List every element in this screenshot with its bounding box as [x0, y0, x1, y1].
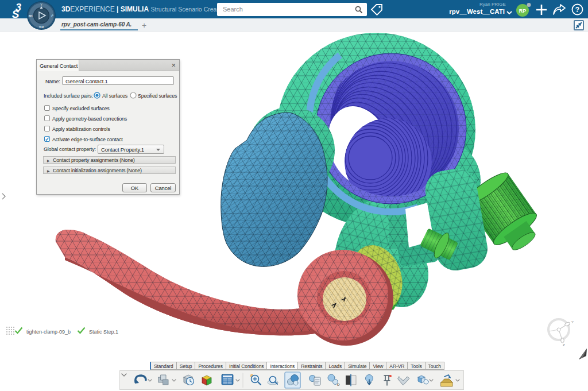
svg-text:S: S [12, 8, 20, 18]
svg-text:V.R: V.R [39, 25, 44, 29]
svg-text:Y: Y [40, 3, 42, 6]
svg-text:i³: i³ [51, 14, 53, 18]
svg-text:o: o [337, 382, 340, 387]
svg-text:?: ? [575, 6, 579, 14]
svg-text:RP: RP [519, 8, 527, 14]
svg-text:Y: Y [571, 320, 574, 324]
svg-text:3D: 3D [28, 14, 32, 18]
svg-text:Z: Z [563, 343, 565, 347]
